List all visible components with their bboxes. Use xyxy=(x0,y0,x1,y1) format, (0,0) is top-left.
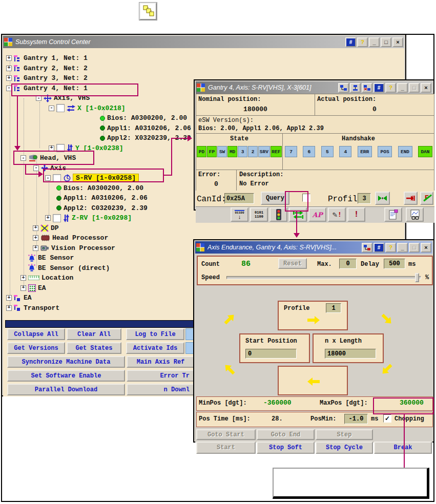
minimize-button[interactable]: _ xyxy=(369,37,380,47)
canid-field[interactable]: 0x25A xyxy=(224,193,254,204)
network-view-icon[interactable] xyxy=(338,83,349,93)
expander-icon[interactable]: + xyxy=(6,295,12,301)
caption-box xyxy=(273,468,429,499)
gantry-titlebar[interactable]: Gantry 4, Axis: S-RV[VHS], X-3[601] # ? … xyxy=(196,81,432,94)
goto-end-limit-button[interactable] xyxy=(404,192,418,205)
stop-cycle-button[interactable]: Stop Cycle xyxy=(316,442,373,454)
network-tree-icon[interactable] xyxy=(350,83,361,93)
maximize-button[interactable]: □ xyxy=(381,37,391,47)
close-button[interactable]: × xyxy=(421,243,431,253)
download-binary-icon[interactable]: 01100↓ xyxy=(231,207,248,222)
state-cell-sw: SW xyxy=(217,146,227,157)
tree-checkbox[interactable] xyxy=(56,104,65,112)
error-reset-icon[interactable]: ! xyxy=(347,207,365,222)
state-cells: PD FP SW MD 3 2 SRV REF xyxy=(197,146,282,157)
network-error-icon[interactable] xyxy=(362,83,372,93)
minimize-button[interactable]: _ xyxy=(397,83,408,93)
reset-button[interactable]: Reset xyxy=(278,258,307,269)
get-states-button[interactable]: Get States xyxy=(67,342,121,354)
activate-ids-button[interactable]: Activate Ids xyxy=(126,342,184,354)
expander-icon[interactable]: - xyxy=(33,165,39,171)
callout-line xyxy=(296,212,297,233)
tree-item-gantry-1[interactable]: + Gantry 1, Net: 1 xyxy=(3,53,404,64)
set-software-enable-button[interactable]: Set Software Enable xyxy=(7,370,125,382)
speed-slider[interactable] xyxy=(226,276,421,279)
monitor-chart-icon[interactable] xyxy=(406,207,424,222)
max-field[interactable]: 0 xyxy=(339,259,357,269)
cascade-windows-icon[interactable] xyxy=(139,3,157,20)
expander-icon[interactable]: + xyxy=(6,55,12,61)
maximize-button[interactable]: □ xyxy=(409,83,420,93)
minimize-button[interactable]: _ xyxy=(397,243,408,253)
clear-function-button[interactable]: F xyxy=(420,192,433,205)
start-position-field[interactable]: 0 xyxy=(245,349,297,359)
net-glyph xyxy=(363,85,371,91)
log-to-file-button[interactable]: Log to File xyxy=(126,328,184,340)
expander-icon[interactable]: + xyxy=(33,225,38,231)
binary-code-icon[interactable]: 01011100 xyxy=(250,207,268,222)
handshake-panel: Handshake 7 6 5 4 ERR POS END DAN xyxy=(282,133,434,170)
help-icon[interactable]: ? xyxy=(357,37,368,47)
expander-icon[interactable]: - xyxy=(49,106,54,111)
state-cell-srv: SRV xyxy=(258,146,269,157)
delay-field[interactable]: 500 xyxy=(384,259,405,269)
help-icon[interactable]: ? xyxy=(385,243,396,253)
parallel-download-button[interactable]: Parallel Download xyxy=(7,384,125,395)
callout-line xyxy=(404,414,405,468)
subsystem-titlebar[interactable]: Subsystem Control Center # ? _ □ × xyxy=(3,36,404,48)
expander-icon[interactable]: + xyxy=(20,285,26,291)
book-icon[interactable]: # xyxy=(373,83,384,93)
synchronize-machine-data-button[interactable]: Synchronize Machine Data xyxy=(7,356,125,368)
goto-end-button[interactable]: Goto End xyxy=(257,429,315,440)
network-view-icon[interactable] xyxy=(362,243,372,253)
expander-icon[interactable]: + xyxy=(6,66,12,71)
main-axis-ref-button[interactable]: Main Axis Ref xyxy=(127,356,195,368)
collapse-all-button[interactable]: Collapse All xyxy=(7,328,65,340)
write-params-icon[interactable]: ✎! xyxy=(328,207,346,222)
maximize-button[interactable]: □ xyxy=(409,243,420,253)
profile-field[interactable]: 1 xyxy=(326,303,341,313)
n-download-button[interactable]: n Downl xyxy=(127,384,195,395)
state-cell-ref: REF xyxy=(271,146,282,157)
callout-box-gantry-4 xyxy=(11,83,138,96)
goto-zero-button[interactable] xyxy=(375,192,390,205)
report-icon[interactable] xyxy=(384,207,402,222)
book-icon[interactable]: # xyxy=(345,37,356,47)
chopping-checkbox[interactable]: ✓ xyxy=(383,414,391,423)
profil-field[interactable]: 3 xyxy=(358,193,371,204)
error-tr-button[interactable]: Error Tr xyxy=(127,370,195,382)
close-button[interactable]: × xyxy=(421,83,431,93)
endurance-titlebar[interactable]: Axis Endurance, Gantry 4, Axis: S-RV[VHS… xyxy=(195,241,432,254)
book-icon[interactable]: # xyxy=(373,243,384,253)
expander-icon[interactable]: + xyxy=(45,215,51,221)
n-x-length-box: n x Length 18000 xyxy=(313,333,384,363)
stop-soft-button[interactable]: Stop Soft xyxy=(257,442,315,454)
expander-icon[interactable]: + xyxy=(33,235,38,241)
help-icon[interactable]: ? xyxy=(385,83,396,93)
expander-icon[interactable]: + xyxy=(6,305,12,311)
net-leaf-icon xyxy=(14,304,22,311)
start-button[interactable]: Start xyxy=(196,442,256,454)
ap-profile-icon[interactable]: AP xyxy=(308,207,326,222)
break-button[interactable]: Break xyxy=(374,442,432,454)
tree-item-dp[interactable]: + DP xyxy=(3,223,404,234)
expander-icon[interactable]: + xyxy=(33,245,38,251)
clear-all-button[interactable]: Clear All xyxy=(67,328,121,340)
minpos-label: MinPos [dgt]: xyxy=(199,400,247,407)
callout-arrowhead-down xyxy=(14,146,20,151)
expander-icon[interactable]: + xyxy=(6,75,12,81)
app-puzzle-icon xyxy=(197,83,205,92)
version-bullet-icon xyxy=(100,116,105,121)
tree-item-gantry-2[interactable]: + Gantry 2, Net: 2 xyxy=(3,64,404,74)
posmin-field[interactable]: -1.0 xyxy=(344,414,368,424)
close-button[interactable]: × xyxy=(392,37,403,47)
tree-checkbox[interactable] xyxy=(53,214,61,222)
state-header: State xyxy=(196,135,282,142)
step-button[interactable]: Step xyxy=(316,429,373,440)
goto-start-button[interactable]: Goto Start xyxy=(196,429,256,440)
posmin-unit-label: ms xyxy=(371,415,378,423)
speed-slider-thumb[interactable] xyxy=(415,273,419,282)
get-versions-button[interactable]: Get Versions xyxy=(7,342,65,354)
expander-icon[interactable]: + xyxy=(20,275,26,281)
n-x-length-field[interactable]: 18000 xyxy=(325,349,376,359)
